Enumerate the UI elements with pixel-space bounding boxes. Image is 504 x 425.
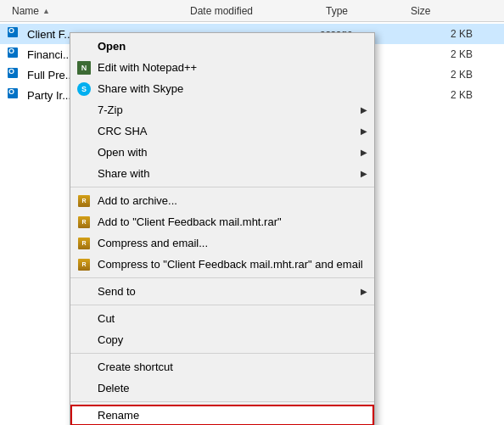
file-icon	[7, 67, 22, 82]
col-header-type[interactable]: Type	[321, 0, 406, 21]
column-headers: Name ▲ Date modified Type Size	[0, 0, 504, 22]
outlook-icon	[8, 68, 21, 81]
menu-item-share-with[interactable]: Share with ▶	[70, 163, 374, 184]
menu-item-7zip[interactable]: 7-Zip ▶	[70, 99, 374, 120]
outlook-icon	[8, 48, 21, 61]
context-menu: Open Edit with Notepad++ Share with Skyp…	[70, 32, 375, 425]
menu-item-delete[interactable]: Delete	[70, 377, 374, 399]
submenu-arrow: ▶	[361, 126, 367, 136]
menu-item-create-shortcut[interactable]: Create shortcut	[70, 356, 374, 377]
menu-item-open[interactable]: Open	[70, 36, 374, 57]
explorer-background: Name ▲ Date modified Type Size Client F.…	[0, 0, 504, 425]
notepad-icon	[76, 59, 92, 76]
col-header-name[interactable]: Name ▲	[7, 0, 176, 21]
col-header-date[interactable]: Date modified	[185, 0, 321, 21]
menu-separator	[70, 401, 374, 402]
menu-separator	[70, 277, 374, 278]
file-icon	[7, 47, 22, 62]
menu-item-crc-sha[interactable]: CRC SHA ▶	[70, 120, 374, 142]
submenu-arrow: ▶	[361, 148, 367, 157]
menu-item-cut[interactable]: Cut	[70, 308, 374, 329]
menu-item-open-with[interactable]: Open with ▶	[70, 142, 374, 163]
col-header-size[interactable]: Size	[406, 0, 456, 21]
outlook-icon	[8, 88, 21, 102]
menu-item-add-archive[interactable]: Add to archive...	[70, 190, 374, 211]
menu-separator	[70, 305, 374, 305]
skype-icon	[76, 81, 92, 98]
file-size: 2 KB	[422, 89, 473, 101]
menu-item-edit-notepad[interactable]: Edit with Notepad++	[70, 57, 374, 78]
menu-item-compress-rar-email[interactable]: Compress to "Client Feedback mail.mht.ra…	[70, 254, 374, 275]
menu-item-add-rar[interactable]: Add to "Client Feedback mail.mht.rar"	[70, 211, 374, 232]
menu-separator	[70, 353, 374, 354]
menu-item-send-to[interactable]: Send to ▶	[70, 281, 374, 302]
menu-item-rename[interactable]: Rename	[70, 405, 374, 425]
submenu-arrow: ▶	[361, 169, 367, 178]
rar-icon	[76, 214, 92, 231]
file-size: 2 KB	[422, 69, 473, 81]
rar-icon	[76, 235, 92, 252]
sort-arrow: ▲	[42, 7, 50, 15]
file-icon	[7, 87, 22, 103]
rar-icon	[76, 256, 92, 273]
menu-item-compress-email[interactable]: Compress and email...	[70, 232, 374, 254]
file-size: 2 KB	[422, 48, 473, 60]
file-icon	[7, 26, 22, 42]
menu-separator	[70, 187, 374, 187]
rar-icon	[76, 193, 92, 210]
menu-item-copy[interactable]: Copy	[70, 329, 374, 350]
outlook-icon	[8, 27, 21, 41]
submenu-arrow: ▶	[361, 287, 367, 296]
file-size: 2 KB	[422, 28, 473, 40]
menu-item-share-skype[interactable]: Share with Skype	[70, 78, 374, 99]
submenu-arrow: ▶	[361, 105, 367, 115]
